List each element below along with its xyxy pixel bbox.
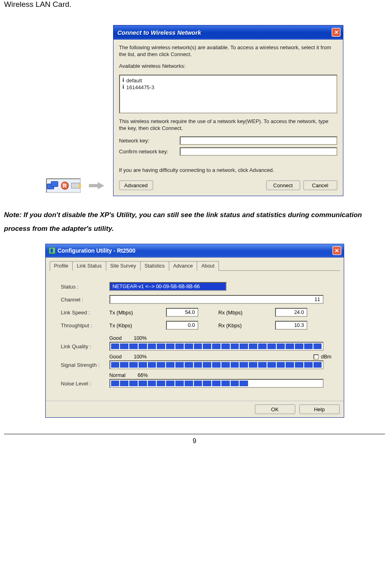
help-button[interactable]: Help: [299, 404, 340, 414]
dialog1-section: R Connect to Wireless Network ✕ The foll…: [4, 25, 385, 196]
confirm-key-input[interactable]: [180, 147, 337, 156]
nl-percent: 66%: [138, 372, 148, 378]
link-quality-bar: [109, 342, 324, 351]
channel-value: 11: [109, 295, 324, 304]
tx-kbps-value: 0.0: [166, 321, 198, 330]
systray-box: R: [46, 178, 81, 193]
advanced-button[interactable]: Advanced: [119, 180, 153, 190]
tab-advance[interactable]: Advance: [169, 261, 198, 271]
arrow-right-icon: [89, 182, 105, 189]
ok-button[interactable]: OK: [255, 404, 295, 414]
confirm-key-label: Confirm network key:: [119, 149, 180, 155]
r-utility-icon: R: [61, 182, 69, 190]
tab-link-status[interactable]: Link Status: [72, 261, 106, 271]
dbm-checkbox[interactable]: [313, 354, 319, 360]
network-item[interactable]: 𝗶 16144475-3: [122, 84, 335, 91]
dialog1-titlebar: Connect to Wireless Network ✕: [114, 25, 343, 40]
link-quality-label: Link Quality :: [61, 343, 105, 349]
tx-kbps-label: Tx (Kbps): [109, 322, 138, 329]
linkspeed-label: Link Speed :: [61, 310, 105, 316]
dialog1-intro: The following wireless network(s) are av…: [119, 44, 337, 58]
network-item[interactable]: 𝗶 default: [122, 77, 335, 84]
rx-mbps-value: 24.0: [275, 308, 307, 317]
cancel-button[interactable]: Cancel: [303, 180, 337, 190]
network-name: default: [126, 77, 142, 84]
antenna-icon: 𝗶: [122, 84, 124, 90]
dialog2-titlebar: Configuration Utility - Rt2500 ✕: [46, 244, 344, 257]
lq-percent: 100%: [134, 335, 147, 341]
wep-text: This wireless network require the use of…: [119, 118, 337, 132]
status-label: Status :: [61, 284, 105, 290]
advanced-hint: If you are having difficulty connecting …: [119, 167, 337, 174]
config-utility-dialog: Configuration Utility - Rt2500 ✕ Profile…: [45, 244, 344, 418]
dialog2-title: Configuration Utility - Rt2500: [58, 247, 136, 254]
tab-strip: Profile Link Status Site Survey Statisti…: [50, 261, 340, 271]
network-name: 16144475-3: [126, 84, 154, 90]
close-icon[interactable]: ✕: [332, 246, 341, 255]
network-monitors-icon: [47, 181, 59, 190]
tab-about[interactable]: About: [197, 261, 219, 271]
utility-icon: [49, 247, 55, 254]
noise-level-bar: [109, 379, 324, 388]
page-top-text: Wireless LAN Card.: [4, 0, 385, 9]
networks-listbox[interactable]: 𝗶 default 𝗶 16144475-3: [119, 75, 337, 113]
available-networks-label: Available wireless Networks:: [119, 63, 337, 70]
tab-statistics[interactable]: Statistics: [140, 261, 169, 271]
lan-card-icon: [71, 183, 80, 188]
lq-quality: Good: [109, 335, 122, 341]
signal-strength-bar: [109, 360, 324, 369]
noise-level-label: Noise Level :: [61, 381, 105, 387]
status-value: NETGEAR-v1 <--> 00-09-5B-6B-8B-66: [109, 282, 227, 291]
rx-kbps-label: Rx (Kbps): [219, 322, 247, 329]
rx-mbps-label: Rx (Mbps): [219, 310, 247, 316]
ss-percent: 100%: [134, 354, 147, 360]
ss-quality: Good: [109, 354, 122, 360]
antenna-icon: 𝗶: [122, 77, 124, 83]
tab-profile[interactable]: Profile: [50, 261, 73, 271]
connect-button[interactable]: Connect: [266, 180, 300, 190]
signal-strength-label: Signal Strength :: [61, 362, 105, 368]
tab-site-survey[interactable]: Site Survey: [106, 261, 141, 271]
dbm-label: dBm: [321, 354, 332, 360]
network-key-label: Network key:: [119, 138, 180, 144]
channel-label: Channel :: [61, 297, 105, 303]
tx-mbps-label: Tx (Mbps): [109, 310, 138, 316]
rx-kbps-value: 10.3: [275, 321, 307, 330]
network-key-input[interactable]: [180, 136, 337, 145]
tx-mbps-value: 54.0: [166, 308, 198, 317]
tray-icons: R: [46, 178, 105, 193]
note-text: Note: If you don't disable the XP's Util…: [4, 208, 385, 236]
close-icon[interactable]: ✕: [332, 28, 341, 37]
throughput-label: Throughtput :: [61, 322, 105, 329]
nl-quality: Normal: [109, 372, 126, 378]
page-footer: 9: [4, 434, 385, 445]
link-status-panel: Status : NETGEAR-v1 <--> 00-09-5B-6B-8B-…: [50, 276, 340, 393]
dialog1-title: Connect to Wireless Network: [118, 29, 201, 36]
connect-wireless-dialog: Connect to Wireless Network ✕ The follow…: [113, 25, 343, 196]
dialog1-body: The following wireless network(s) are av…: [114, 40, 343, 196]
page-number: 9: [193, 437, 196, 444]
